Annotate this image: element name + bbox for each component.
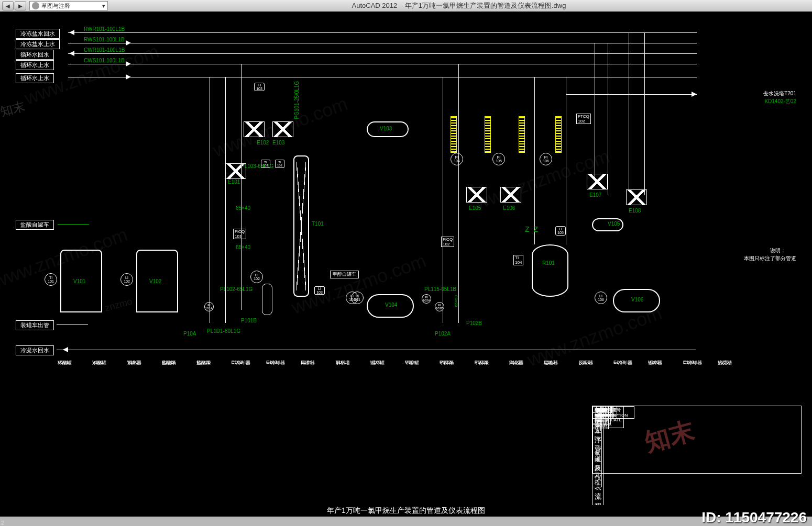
line-label: 循环水上水 [16, 60, 54, 70]
outlet-tag: KD1402-艺02 [764, 98, 796, 105]
instrument: TI101 [45, 273, 57, 286]
gear-icon [32, 2, 39, 9]
chevron-down-icon: ▾ [102, 3, 105, 9]
utility-line [68, 53, 697, 54]
exchanger-e105 [466, 187, 487, 203]
exchanger-e107 [587, 174, 608, 189]
tower-t101 [293, 155, 309, 297]
instrument: FTCQ102 [576, 114, 591, 124]
drawing-canvas[interactable]: 冷冻盐水回水 RWR101-100L1B 冷冻盐水上水 RWS101-100L1… [0, 12, 812, 505]
watermark-cn: 知末 [0, 97, 27, 120]
note-title: 说明： [770, 247, 786, 254]
nav-fwd-button[interactable]: ▶ [15, 1, 26, 10]
arrow-icon [126, 61, 131, 66]
flex-hose [555, 116, 562, 153]
utility-line [68, 64, 697, 64]
instrument: FICQ101 [233, 229, 246, 239]
eq-tag: V101 [73, 278, 85, 284]
nav-back-button[interactable]: ◀ [2, 1, 14, 10]
utility-line [68, 32, 697, 33]
eq-tag: R101 [542, 260, 555, 266]
pipe-tag: PL115-65L1B [424, 286, 456, 292]
utility-line [68, 77, 697, 77]
eq-tag: E105 [469, 205, 481, 211]
titleblock: △ 版次REV. 说明DESCRIPTION 日期DATE 制图DRAW 设计D… [592, 406, 802, 474]
eq-tag: P101B [241, 318, 257, 323]
size-tag: 65×50 [454, 295, 458, 307]
line-label: 冷冻盐水回水 [16, 29, 60, 39]
pipe-tag: CWR101-100L1B [84, 47, 125, 53]
pipe-tag: RWR101-100L1B [84, 26, 125, 32]
instrument: PI106 [540, 153, 552, 165]
eq-tag: E108 [629, 208, 641, 214]
note-text: 本图只标注了部分管道 [744, 255, 796, 262]
line-label: 冷冻盐水上水 [16, 39, 60, 49]
line-label: 循环水回水 [16, 50, 54, 60]
eq-tag: P102A [435, 331, 451, 337]
eq-tag: P102B [466, 320, 482, 326]
eq-tag: E103 [272, 140, 284, 146]
flex-hose [485, 116, 491, 153]
arrow-icon [126, 40, 131, 46]
eq-tag: E101 [228, 179, 240, 185]
instrument: PI102 [250, 271, 263, 283]
flex-hose [451, 116, 457, 153]
line-label: 冷凝水回水 [16, 345, 54, 355]
instrument: PI105 [492, 153, 505, 165]
instrument: LI102 [120, 273, 133, 286]
image-id: ID: 1150477226 [701, 509, 807, 526]
eq-tag: T101 [312, 221, 324, 227]
flex-hose [519, 116, 525, 153]
instrument: FI101A [204, 302, 214, 311]
status-text: 2 [1, 520, 4, 526]
utility-line [68, 43, 697, 43]
eq-tag: E107 [589, 192, 601, 198]
eq-tag: V103 [380, 126, 392, 131]
window-title: AutoCAD 2012 年产1万吨一氯甲烷生产装置的管道及仪表流程图.dwg [108, 1, 810, 10]
pipe-tag: PL1D1-80L1G [207, 328, 240, 334]
eq-tag: V102 [149, 278, 161, 284]
instrument: TI102 [275, 160, 284, 168]
arrow-icon [126, 74, 131, 80]
instrument: LI106 [595, 292, 607, 304]
eq-tag: E106 [503, 205, 515, 211]
instrument: LI104 [346, 292, 358, 304]
arrow-icon [63, 347, 68, 352]
exchanger-e108 [626, 189, 647, 205]
outlet-label: 去水洗塔T201 [763, 90, 796, 97]
exchanger-e102 [244, 121, 265, 137]
outlet-label: 装罐车出管 [16, 320, 54, 330]
arrow-icon [69, 51, 74, 56]
instrument: FI103 [254, 83, 265, 91]
pipe-tag: RWS101-100L1B [84, 37, 125, 42]
eq-tag: V105 [608, 221, 620, 227]
instrument: FI102B [435, 302, 444, 311]
workspace-dropdown[interactable]: 草图与注释 ▾ [29, 1, 108, 10]
size-tag: 65×40 [236, 244, 250, 250]
reactor-r101 [532, 244, 568, 297]
size-tag: 65×40 [236, 205, 250, 211]
pipe-tag: PG101-25/0L1G [294, 81, 300, 119]
arrow-icon [69, 30, 74, 35]
instrument: LI105 [555, 226, 566, 236]
eq-tag: V104 [385, 302, 397, 308]
instrument: LI103 [314, 286, 325, 295]
exchanger-e106 [500, 187, 521, 203]
instrument: TI104 [513, 255, 523, 265]
eq-tag: V106 [631, 297, 643, 303]
instrument: PI104 [451, 153, 463, 165]
equipment-list: V101稀酸罐V102浓酸罐V101预热器P101A盐酸泵P101B盐酸泵E10… [58, 358, 718, 374]
reboiler [262, 284, 272, 315]
instrument: FI102A [422, 294, 431, 304]
eq-tag: P10A [183, 331, 196, 337]
instrument: TI103 [261, 160, 270, 168]
pipe-tag: CWS101-100L1B [84, 58, 125, 63]
inlet-label: 盐酸自罐车 [16, 220, 54, 230]
line-label: 循环水上水 [16, 73, 54, 83]
titlebar: ◀ ▶ 草图与注释 ▾ AutoCAD 2012 年产1万吨一氯甲烷生产装置的管… [0, 0, 812, 12]
instrument: FICQ102 [441, 237, 454, 247]
arrow-icon [692, 92, 697, 97]
dropdown-label: 草图与注释 [41, 2, 70, 10]
eq-tag: E102 [257, 140, 269, 146]
caption-bar: 年产1万吨一氯甲烷生产装置的管道及仪表流程图 [0, 505, 812, 517]
